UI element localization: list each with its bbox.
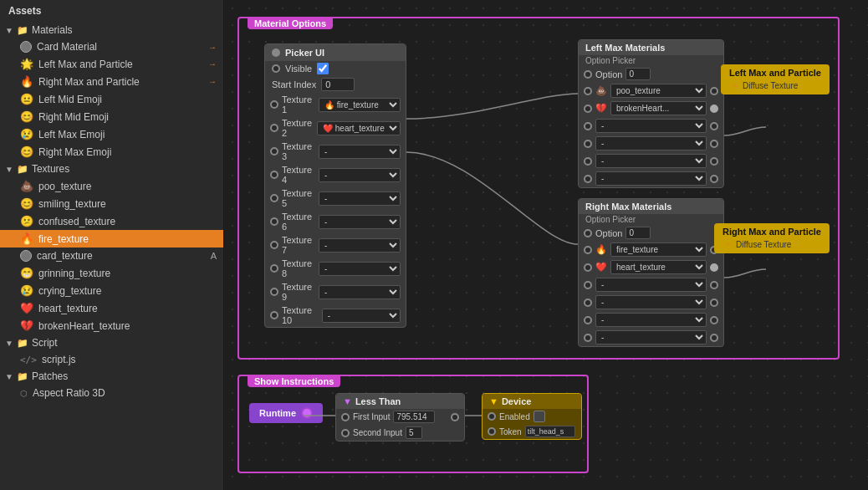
right-opt-r2-out[interactable] <box>710 263 718 272</box>
visible-port[interactable] <box>272 64 280 73</box>
left-opt-r2-select[interactable]: brokenHeart... <box>610 101 707 115</box>
right-opt-input[interactable] <box>625 227 651 239</box>
first-input-field[interactable]: 795.514 <box>393 411 435 423</box>
tex4-port[interactable] <box>270 171 278 179</box>
tex9-port[interactable] <box>270 288 278 296</box>
tex9-select[interactable]: - <box>319 285 401 299</box>
script-section[interactable]: ▼ 📁 Script <box>0 334 223 351</box>
tex8-port[interactable] <box>270 264 278 273</box>
tex6-port[interactable] <box>270 217 278 226</box>
tex10-port[interactable] <box>270 311 278 319</box>
tex5-select[interactable]: - <box>319 191 401 206</box>
runtime-node: Runtime <box>249 403 323 423</box>
left-opt-r3-select[interactable]: - <box>595 119 707 133</box>
materials-section[interactable]: ▼ 📁 Materials <box>0 22 223 38</box>
sidebar-item-grinning-texture[interactable]: 😁 grinning_texture <box>0 264 223 282</box>
sidebar-item-right-mid-emoji[interactable]: 😊 Right Mid Emoji <box>0 108 223 125</box>
left-opt-r1-select[interactable]: poo_texture <box>610 84 707 98</box>
textures-section[interactable]: ▼ 📁 Textures <box>0 161 223 177</box>
sidebar-item-brokenheart-texture[interactable]: 💔 brokenHeart_texture <box>0 317 223 334</box>
left-opt-r4-out[interactable] <box>710 140 718 148</box>
sidebar-item-fire-texture[interactable]: 🔥 fire_texture <box>0 230 223 248</box>
tex7-select[interactable]: - <box>319 238 401 253</box>
left-opt-r1-out[interactable] <box>710 87 718 95</box>
enabled-port[interactable] <box>488 412 496 421</box>
token-port[interactable] <box>488 427 496 436</box>
token-input[interactable]: tilt_head_s <box>525 426 575 437</box>
left-opt-port[interactable] <box>584 70 592 79</box>
tex10-select[interactable]: - <box>322 309 401 323</box>
left-opt-r2-port[interactable] <box>584 105 592 113</box>
left-opt-r1-port[interactable] <box>584 87 592 95</box>
sidebar-item-aspect-ratio[interactable]: ⬡ Aspect Ratio 3D <box>0 385 223 401</box>
sidebar-item-right-max-particle[interactable]: 🔥 Right Max and Particle → <box>0 73 223 90</box>
right-opt-r2-port[interactable] <box>584 263 592 272</box>
right-opt-r1-port[interactable] <box>584 246 592 254</box>
tex5-port[interactable] <box>270 194 278 202</box>
left-opt-r6-out[interactable] <box>710 175 718 183</box>
sidebar-item-scriptjs[interactable]: </> script.js <box>0 351 223 368</box>
grinning-texture-label: grinning_texture <box>38 268 110 279</box>
tex3-select[interactable]: - <box>319 145 401 159</box>
sidebar-item-left-mid-emoji[interactable]: 😐 Left Mid Emoji <box>0 90 223 108</box>
right-opt-r4-out[interactable] <box>710 299 718 307</box>
left-opt-row3: - <box>579 117 723 135</box>
runtime-port[interactable] <box>301 407 313 419</box>
right-opt-r4-select[interactable]: - <box>595 295 707 309</box>
tex3-port[interactable] <box>270 147 278 156</box>
left-opt-r3-port[interactable] <box>584 122 592 130</box>
right-opt-r3-port[interactable] <box>584 281 592 289</box>
right-opt-r6-out[interactable] <box>710 334 718 342</box>
left-opt-r4-select[interactable]: - <box>595 136 707 151</box>
left-opt-r4-port[interactable] <box>584 140 592 148</box>
tex6-select[interactable]: - <box>319 215 401 229</box>
tex4-select[interactable]: - <box>319 168 401 182</box>
right-opt-r1-select[interactable]: fire_texture <box>610 242 707 257</box>
sidebar-item-confused-texture[interactable]: 😕 confused_texture <box>0 212 223 230</box>
aspect-ratio-label: Aspect Ratio 3D <box>33 387 105 399</box>
right-opt-r5-select[interactable]: - <box>595 313 707 327</box>
patches-section[interactable]: ▼ 📁 Patches <box>0 368 223 385</box>
enabled-checkbox[interactable] <box>534 411 545 422</box>
first-input-port[interactable] <box>341 413 350 421</box>
sidebar-item-poo-texture[interactable]: 💩 poo_texture <box>0 177 223 195</box>
sidebar-item-left-max-emoji[interactable]: 😢 Left Max Emoji <box>0 125 223 143</box>
left-opt-r6-port[interactable] <box>584 175 592 183</box>
start-index-input[interactable]: 0 <box>321 78 355 91</box>
left-opt-r3-out[interactable] <box>710 122 718 130</box>
first-input-out[interactable] <box>451 413 459 421</box>
right-opt-r2-select[interactable]: heart_texture <box>610 260 707 274</box>
right-opt-r4-port[interactable] <box>584 299 592 307</box>
sidebar-item-right-max-emoji[interactable]: 😊 Right Max Emoji <box>0 143 223 161</box>
left-opt-input[interactable] <box>625 68 651 80</box>
tex7-port[interactable] <box>270 241 278 249</box>
sidebar-item-smiling-texture[interactable]: 😊 smiling_texture <box>0 195 223 212</box>
right-opt-r6-select[interactable]: - <box>595 330 707 345</box>
sidebar-item-heart-texture[interactable]: ❤️ heart_texture <box>0 299 223 317</box>
right-opt-port[interactable] <box>584 229 592 237</box>
right-particle-output: Right Max and Particle → Diffuse Texture <box>714 223 830 253</box>
second-input-field[interactable]: 5 <box>406 426 422 439</box>
left-opt-r2-out[interactable] <box>710 105 718 113</box>
tex1-select[interactable]: 🔥 fire_texture <box>319 98 401 112</box>
left-opt-r5-port[interactable] <box>584 157 592 166</box>
left-opt-r6-select[interactable]: - <box>595 171 707 186</box>
tex1-port[interactable] <box>270 100 278 109</box>
output-arrow-icon: → <box>729 79 739 91</box>
right-opt-r5-port[interactable] <box>584 316 592 324</box>
right-opt-r6-port[interactable] <box>584 334 592 342</box>
sidebar-item-left-max-particle[interactable]: 🌟 Left Max and Particle → <box>0 55 223 73</box>
tex8-select[interactable]: - <box>319 262 401 276</box>
sidebar-item-card-material[interactable]: Card Material → <box>0 38 223 55</box>
sidebar-item-card-texture[interactable]: card_texture A <box>0 248 223 264</box>
right-opt-r5-out[interactable] <box>710 316 718 324</box>
right-opt-r3-select[interactable]: - <box>595 278 707 292</box>
tex2-select[interactable]: ❤️ heart_texture <box>317 121 401 135</box>
left-opt-r5-select[interactable]: - <box>595 154 707 168</box>
second-input-port[interactable] <box>341 429 350 437</box>
sidebar-item-crying-texture[interactable]: 😢 crying_texture <box>0 282 223 299</box>
right-opt-r3-out[interactable] <box>710 281 718 289</box>
tex2-port[interactable] <box>270 124 278 132</box>
left-opt-r5-out[interactable] <box>710 157 718 166</box>
visible-checkbox[interactable] <box>317 63 329 74</box>
